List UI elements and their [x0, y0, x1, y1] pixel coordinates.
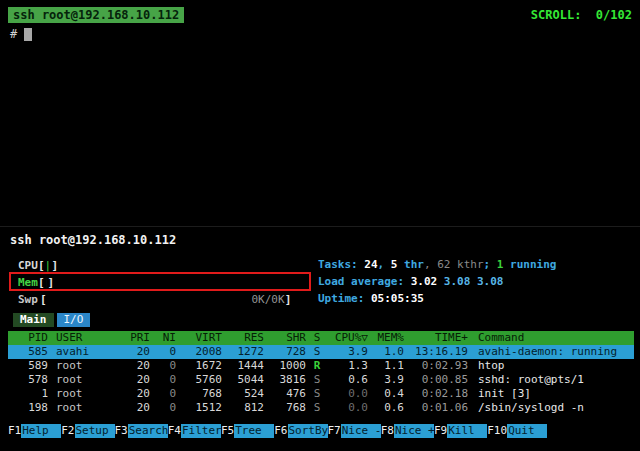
fkey-item[interactable]: F4Filter [168, 424, 221, 438]
swap-value: 0K/0K [252, 292, 285, 308]
header-state[interactable]: S [306, 331, 328, 345]
cell-time: 0:00.85 [404, 373, 468, 387]
fkey-item[interactable]: F5Tree [221, 424, 274, 438]
cell-pri: 20 [120, 359, 150, 373]
cell-command: sshd: root@pts/1 [468, 373, 634, 387]
cell-user: root [48, 401, 120, 415]
header-time[interactable]: TIME+ [404, 331, 468, 345]
fkey-label: Kill [447, 424, 487, 438]
cell-shr: 768 [264, 401, 306, 415]
cell-shr: 728 [264, 345, 306, 359]
info-segment: thr [397, 258, 424, 271]
process-row[interactable]: 198 root 20 0 1512 812 768 S 0.0 0.6 0:0… [8, 401, 634, 415]
fkey-key: F10 [487, 424, 507, 438]
cell-res: 5044 [222, 373, 264, 387]
process-table: PID USER PRI NI VIRT RES SHR S CPU%▽ MEM… [8, 331, 634, 415]
cell-time: 0:01.06 [404, 401, 468, 415]
ssh-session-title: ssh root@192.168.10.112 [8, 7, 184, 23]
fkey-item[interactable]: F2Setup [61, 424, 114, 438]
cell-virt: 5760 [176, 373, 222, 387]
process-row[interactable]: 589 root 20 0 1672 1444 1000 R 1.3 1.1 0… [8, 359, 634, 373]
header-mem[interactable]: MEM% [368, 331, 404, 345]
info-segment: , [378, 258, 391, 271]
info-segment: 3.02 [411, 275, 444, 288]
cell-shr: 3816 [264, 373, 306, 387]
header-shr[interactable]: SHR [264, 331, 306, 345]
info-segment: 24 [364, 258, 377, 271]
cell-ni: 0 [150, 345, 176, 359]
prompt-symbol: # [10, 27, 17, 41]
header-command[interactable]: Command [468, 331, 634, 345]
swap-meter-label: Swp [18, 292, 40, 308]
cell-ni: 0 [150, 359, 176, 373]
cell-virt: 768 [176, 387, 222, 401]
cell-cpu: 1.3 [328, 359, 368, 373]
header-pri[interactable]: PRI [120, 331, 150, 345]
process-row[interactable]: 578 root 20 0 5760 5044 3816 S 0.6 3.9 0… [8, 373, 634, 387]
info-segment: Uptime: [318, 292, 371, 305]
cell-user: root [48, 373, 120, 387]
fkey-key: F9 [434, 424, 447, 438]
cell-pid: 578 [8, 373, 48, 387]
fkey-item[interactable]: F7Nice - [328, 424, 381, 438]
cell-cpu: 0.6 [328, 373, 368, 387]
cell-user: root [48, 387, 120, 401]
cell-pid: 198 [8, 401, 48, 415]
fkey-item[interactable]: F3Search [115, 424, 168, 438]
tab-io[interactable]: I/O [57, 313, 91, 327]
swap-bracket-close: ] [285, 292, 292, 308]
header-res[interactable]: RES [222, 331, 264, 345]
info-segment: , [424, 258, 437, 271]
info-segment: Load average: [318, 275, 411, 288]
cell-time: 0:02.93 [404, 359, 468, 373]
terminal-screen: ssh root@192.168.10.112 SCROLL: 0/102 # … [0, 0, 640, 451]
cell-time: 13:16.19 [404, 345, 468, 359]
header-pid[interactable]: PID [8, 331, 48, 345]
cell-command: init [3] [468, 387, 634, 401]
info-segment: 3.08 [477, 275, 504, 288]
fkey-key: F4 [168, 424, 181, 438]
cell-shr: 476 [264, 387, 306, 401]
fkey-item[interactable]: F6SortBy [274, 424, 327, 438]
fkey-key: F3 [115, 424, 128, 438]
info-segment: 05:05:35 [371, 292, 424, 305]
process-row[interactable]: 585 avahi 20 0 2008 1272 728 S 3.9 1.0 1… [8, 345, 634, 359]
cell-state: S [306, 401, 328, 415]
fkey-key: F8 [381, 424, 394, 438]
header-cpu-sort[interactable]: CPU%▽ [328, 331, 368, 345]
header-ni[interactable]: NI [150, 331, 176, 345]
fkey-item[interactable]: F1Help [8, 424, 61, 438]
tasks-line: Tasks: 24, 5 thr, 62 kthr; 1 running [318, 257, 556, 274]
cell-pri: 20 [120, 373, 150, 387]
fkey-label: Nice - [341, 424, 381, 438]
cell-mem: 1.0 [368, 345, 404, 359]
fkey-label: Setup [75, 424, 115, 438]
cell-command: htop [468, 359, 634, 373]
fkey-label: Tree [234, 424, 274, 438]
cell-res: 812 [222, 401, 264, 415]
function-key-bar: F1HelpF2SetupF3SearchF4FilterF5TreeF6Sor… [8, 424, 547, 438]
cell-state: S [306, 345, 328, 359]
header-virt[interactable]: VIRT [176, 331, 222, 345]
cell-user: root [48, 359, 120, 373]
annotation-highlight-box [9, 272, 311, 291]
fkey-key: F6 [274, 424, 287, 438]
tab-main[interactable]: Main [13, 313, 54, 327]
cell-res: 1272 [222, 345, 264, 359]
fkey-item[interactable]: F10Quit [487, 424, 547, 438]
fkey-key: F2 [61, 424, 74, 438]
fkey-item[interactable]: F8Nice + [381, 424, 434, 438]
fkey-item[interactable]: F9Kill [434, 424, 487, 438]
cell-pid: 1 [8, 387, 48, 401]
cell-pri: 20 [120, 345, 150, 359]
fkey-label: Filter [181, 424, 221, 438]
process-rows: 585 avahi 20 0 2008 1272 728 S 3.9 1.0 1… [8, 345, 634, 415]
cell-mem: 0.4 [368, 387, 404, 401]
cell-virt: 2008 [176, 345, 222, 359]
header-user[interactable]: USER [48, 331, 120, 345]
cell-pri: 20 [120, 401, 150, 415]
scroll-indicator: SCROLL: 0/102 [531, 7, 632, 23]
shell-prompt-line[interactable]: # [10, 27, 32, 41]
cell-res: 1444 [222, 359, 264, 373]
process-row[interactable]: 1 root 20 0 768 524 476 S 0.0 0.4 0:02.1… [8, 387, 634, 401]
